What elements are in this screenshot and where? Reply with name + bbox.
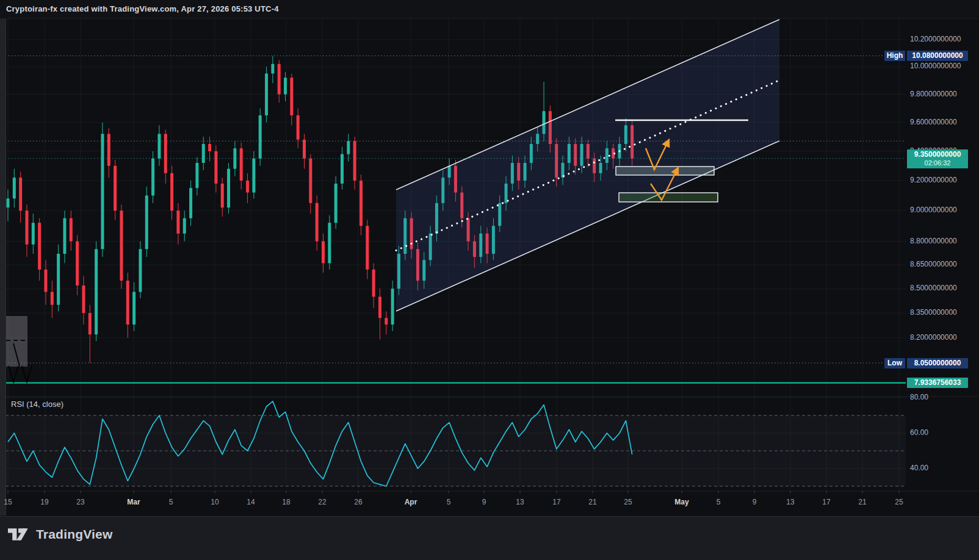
- time-tick-label: 21: [858, 498, 866, 506]
- lower-demand-zone[interactable]: [619, 193, 718, 202]
- time-tick-label: 25: [624, 498, 632, 506]
- bottom-bar: [0, 516, 979, 560]
- low-value-badge: 8.0500000000: [907, 358, 968, 368]
- last-price-badge: 9.3500000000 02:06:32: [907, 149, 968, 168]
- low-label-badge: Low: [884, 358, 905, 368]
- chart-canvas[interactable]: [0, 0, 979, 560]
- chart-title: Cryptoiran-fx created with TradingView.c…: [6, 4, 279, 13]
- time-tick-label: 25: [895, 498, 903, 506]
- price-tick-label: 9.6000000000: [910, 118, 957, 126]
- time-tick-label: 9: [482, 498, 486, 506]
- price-tick-label: 8.2000000000: [910, 333, 957, 342]
- price-tick-label: 9.2000000000: [910, 176, 957, 184]
- tradingview-logo-link[interactable]: TradingView: [8, 527, 113, 542]
- tradingview-logo-text: TradingView: [36, 527, 113, 542]
- rsi-tick-label: 40.00: [910, 464, 928, 472]
- time-tick-label: 15: [4, 498, 12, 506]
- high-value-badge: 10.0800000000: [907, 51, 968, 61]
- price-tick-label: 8.8000000000: [910, 237, 957, 245]
- price-tick-label: 10.2000000000: [910, 35, 961, 43]
- high-label-badge: High: [884, 51, 905, 61]
- time-tick-label: 21: [588, 498, 596, 506]
- time-tick-label: Mar: [127, 498, 140, 506]
- tradingview-chart-window: Cryptoiran-fx created with TradingView.c…: [0, 0, 979, 560]
- upper-demand-zone[interactable]: [616, 167, 714, 175]
- time-tick-label: 14: [247, 498, 255, 506]
- time-tick-label: Apr: [405, 498, 417, 506]
- tradingview-logo-icon: [8, 527, 31, 542]
- time-tick-label: 22: [318, 498, 326, 506]
- price-tick-label: 8.3500000000: [910, 308, 957, 317]
- time-tick-label: 17: [552, 498, 560, 506]
- rsi-tick-label: 60.00: [910, 428, 928, 437]
- time-tick-label: 10: [211, 498, 219, 506]
- title-bar: Cryptoiran-fx created with TradingView.c…: [0, 0, 979, 19]
- price-tick-label: 9.0000000000: [910, 206, 957, 214]
- time-tick-label: 5: [717, 498, 721, 506]
- price-tick-label: 8.5000000000: [910, 284, 957, 292]
- price-tick-label: 10.0000000000: [910, 62, 961, 70]
- time-tick-label: 23: [76, 498, 84, 506]
- price-tick-label: 8.6500000000: [910, 260, 957, 268]
- time-tick-label: 13: [516, 498, 524, 506]
- support-level-badge: 7.9336756033: [907, 378, 968, 388]
- time-tick-label: 19: [40, 498, 48, 506]
- time-tick-label: 26: [354, 498, 362, 506]
- time-tick-label: 9: [753, 498, 757, 506]
- time-tick-label: 18: [282, 498, 290, 506]
- rsi-indicator-label[interactable]: RSI (14, close): [11, 400, 63, 409]
- rsi-tick-label: 80.00: [910, 393, 928, 401]
- time-tick-label: 5: [169, 498, 173, 506]
- left-margin-strip: [0, 19, 6, 515]
- time-tick-label: 13: [786, 498, 794, 506]
- last-price-value: 9.3500000000: [907, 149, 968, 159]
- bar-countdown: 02:06:32: [907, 159, 968, 167]
- time-tick-label: 17: [822, 498, 830, 506]
- time-tick-label: May: [674, 498, 688, 506]
- time-tick-label: 5: [447, 498, 451, 506]
- price-tick-label: 9.8000000000: [910, 90, 957, 98]
